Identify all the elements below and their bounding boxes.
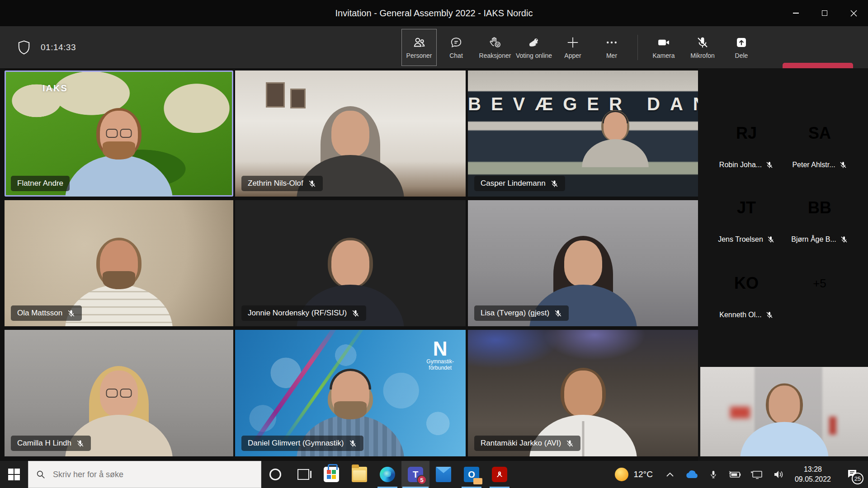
tray-network[interactable] — [746, 469, 768, 479]
taskbar-app-outlook[interactable]: O — [458, 461, 486, 488]
acrobat-icon — [492, 467, 507, 482]
toolbar-button-voting-online[interactable]: Voting online — [514, 29, 553, 66]
wall-picture — [266, 82, 285, 108]
taskbar-app-mail[interactable] — [429, 461, 458, 488]
meeting-timer: 01:14:33 — [41, 42, 76, 52]
taskbar-app-file-explorer[interactable] — [345, 461, 373, 488]
system-tray: 12°C 13:28 09.05.2022 25 — [611, 461, 868, 488]
action-center-button[interactable]: 25 — [836, 468, 868, 481]
tray-volume[interactable] — [768, 469, 789, 479]
weather-widget[interactable] — [611, 468, 632, 481]
windows-taskbar: T5 O 12°C 13:28 09.05.2022 — [0, 461, 868, 488]
battery-charging-icon — [728, 469, 742, 479]
minimize-button[interactable] — [781, 0, 810, 26]
toolbar-button-label: Mikrofon — [690, 52, 715, 59]
self-video-person — [740, 378, 829, 456]
video-tile-camilla-h-lindh[interactable]: Camilla H Lindh — [5, 330, 233, 456]
taskbar-app-store[interactable] — [317, 461, 345, 488]
edge-browser-icon — [380, 467, 395, 482]
overflow-participants-avatar[interactable]: +5 — [796, 259, 844, 307]
mic-muted-icon — [767, 235, 775, 244]
taskbar-app-teams[interactable]: T5 — [401, 461, 429, 488]
toolbar-button-apper[interactable]: Apper — [553, 29, 592, 66]
avatar[interactable]: KO — [722, 259, 770, 307]
avatar[interactable]: RJ — [722, 109, 770, 157]
mic-muted-icon — [308, 179, 316, 188]
mic-muted-icon — [554, 309, 562, 318]
toolbar-button-label: Personer — [406, 52, 432, 59]
search-icon — [36, 469, 46, 479]
video-tile-jonnie-nordensky[interactable]: Jonnie Nordensky (RF/SISU) — [235, 200, 466, 326]
toolbar-button-reaksjoner[interactable]: Reaksjoner — [476, 29, 514, 66]
tray-microphone[interactable] — [703, 469, 724, 480]
video-tile-casper-lindemann[interactable]: BEVÆGER DANMARK Casper Lindemann — [468, 70, 698, 197]
video-tile-daniel-glimvert[interactable]: N Gymnastik-förbundet Daniel Glimvert (G… — [235, 330, 466, 456]
iaks-backdrop-logo: IAKS — [42, 83, 68, 94]
mic-muted-icon — [765, 311, 774, 319]
microsoft-store-icon — [324, 467, 339, 482]
avatar[interactable]: JT — [722, 184, 770, 232]
microphone-icon — [709, 469, 718, 480]
cortana-button[interactable] — [261, 461, 289, 488]
toolbar-button-label: Kamera — [652, 52, 675, 59]
roster-name: Jens Troelsen — [705, 235, 788, 244]
tray-onedrive[interactable] — [681, 469, 703, 479]
shield-icon — [17, 40, 31, 55]
mic-muted-icon — [351, 309, 360, 318]
window-controls — [781, 0, 868, 26]
participant-name-label: Casper Lindemann — [474, 176, 565, 191]
avatar[interactable]: BB — [796, 184, 844, 232]
participant-name-label: Flatner Andre — [11, 176, 70, 191]
teams-notification-badge: 5 — [417, 475, 427, 485]
maximize-button[interactable] — [810, 0, 839, 26]
participant-video-person — [65, 102, 173, 197]
time: 13:28 — [804, 465, 822, 474]
toolbar-button-personer[interactable]: Personer — [401, 29, 437, 66]
participant-name-label: Daniel Glimvert (Gymnastik) — [241, 436, 363, 451]
close-icon — [850, 10, 857, 17]
gymnastikforbundet-logo: N Gymnastik-förbundet — [426, 339, 454, 371]
mic-muted-icon — [566, 439, 574, 448]
toolbar-button-mer[interactable]: Mer — [592, 29, 631, 66]
video-tile-lisa-tverga[interactable]: Lisa (Tverga) (gjest) — [468, 200, 698, 326]
roster-name: Kenneth Ol... — [705, 311, 788, 319]
chevron-up-icon — [665, 471, 675, 478]
participant-video-person — [581, 106, 649, 165]
close-button[interactable] — [839, 0, 868, 26]
action-center-icon: 25 — [846, 468, 858, 481]
search-input[interactable] — [52, 469, 233, 480]
mic-muted-icon — [550, 179, 559, 188]
teams-meeting-window: Invitation - General Assembly 2022 - IAK… — [0, 0, 868, 488]
taskbar-app-acrobat[interactable] — [486, 461, 514, 488]
video-tile-flatner-andre[interactable]: IAKS Flatner Andre — [5, 70, 233, 197]
video-tile-ola-mattsson[interactable]: Ola Mattsson — [5, 200, 233, 326]
task-view-button[interactable] — [289, 461, 317, 488]
tray-battery[interactable] — [724, 469, 746, 479]
file-explorer-icon — [352, 467, 367, 482]
avatar[interactable]: SA — [796, 109, 844, 157]
video-tile-zethrin-nils-olof[interactable]: Zethrin Nils-Olof — [235, 70, 466, 197]
onedrive-cloud-icon — [685, 469, 698, 479]
self-view-video[interactable] — [700, 367, 868, 456]
toolbar-button-label: Apper — [564, 52, 581, 59]
toolbar-button-kamera[interactable]: Kamera — [644, 29, 683, 66]
taskbar-search[interactable] — [28, 461, 261, 488]
toolbar-divider — [637, 35, 638, 60]
mic-muted-icon — [349, 439, 357, 448]
tray-expand-button[interactable] — [659, 471, 681, 478]
start-button[interactable] — [0, 461, 28, 488]
toolbar-button-label: Voting online — [516, 52, 552, 59]
toolbar-button-mikrofon[interactable]: Mikrofon — [683, 29, 722, 66]
video-tile-rantamaki-jarkko[interactable]: Rantamäki Jarkko (AVI) — [468, 330, 698, 456]
mic-muted-icon — [696, 36, 709, 49]
toolbar-button-dele[interactable]: Dele — [722, 29, 761, 66]
cortana-icon — [269, 469, 281, 480]
toolbar-button-chat[interactable]: Chat — [437, 29, 476, 66]
window-title: Invitation - General Assembly 2022 - IAK… — [335, 8, 533, 19]
taskbar-clock[interactable]: 13:28 09.05.2022 — [789, 465, 836, 484]
roster-name: Peter Ahlstr... — [778, 161, 861, 169]
people-icon — [412, 36, 426, 49]
reactions-icon — [488, 36, 502, 49]
taskbar-app-edge[interactable] — [373, 461, 401, 488]
maximize-icon — [822, 10, 827, 16]
